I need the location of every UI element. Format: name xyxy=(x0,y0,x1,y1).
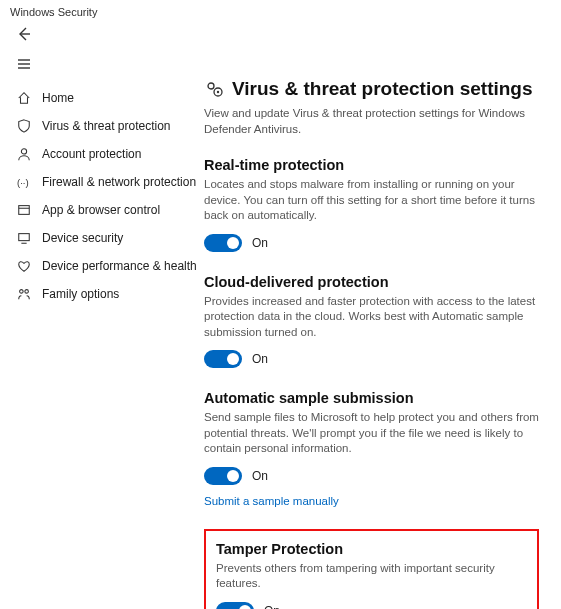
toggle-state-label: On xyxy=(252,469,268,483)
section-description: Provides increased and faster protection… xyxy=(204,294,543,341)
section-title: Tamper Protection xyxy=(216,541,527,557)
svg-text:(··): (··) xyxy=(17,177,29,188)
sidebar-item-label: Firewall & network protection xyxy=(42,175,196,189)
back-button[interactable] xyxy=(14,24,34,44)
sidebar-item-performance[interactable]: Device performance & health xyxy=(8,252,200,280)
page-description: View and update Virus & threat protectio… xyxy=(204,106,543,137)
sidebar-item-label: Family options xyxy=(42,287,119,301)
main-content: Virus & threat protection settings View … xyxy=(200,78,561,609)
section-description: Prevents others from tampering with impo… xyxy=(216,561,527,592)
cloud-toggle[interactable] xyxy=(204,350,242,368)
section-description: Send sample files to Microsoft to help p… xyxy=(204,410,543,457)
heart-icon xyxy=(16,258,32,274)
arrow-left-icon xyxy=(16,26,32,42)
sidebar-item-devicesec[interactable]: Device security xyxy=(8,224,200,252)
window-title: Windows Security xyxy=(0,0,561,18)
page-title: Virus & threat protection settings xyxy=(232,78,533,100)
svg-point-11 xyxy=(25,290,29,294)
section-sample: Automatic sample submission Send sample … xyxy=(204,390,543,507)
sidebar-item-account[interactable]: Account protection xyxy=(8,140,200,168)
shield-icon xyxy=(16,118,32,134)
sidebar-item-virus[interactable]: Virus & threat protection xyxy=(8,112,200,140)
sidebar-item-label: Device performance & health xyxy=(42,259,197,273)
svg-rect-8 xyxy=(19,234,30,241)
family-icon xyxy=(16,286,32,302)
sidebar-item-appbrowser[interactable]: App & browser control xyxy=(8,196,200,224)
menu-button[interactable] xyxy=(14,54,34,74)
section-title: Cloud-delivered protection xyxy=(204,274,543,290)
sidebar-item-family[interactable]: Family options xyxy=(8,280,200,308)
svg-point-14 xyxy=(217,91,219,93)
section-title: Real-time protection xyxy=(204,157,543,173)
network-icon: (··) xyxy=(16,174,32,190)
toggle-state-label: On xyxy=(252,352,268,366)
tamper-toggle[interactable] xyxy=(216,602,254,609)
submit-sample-link[interactable]: Submit a sample manually xyxy=(204,495,543,507)
sidebar-item-label: Virus & threat protection xyxy=(42,119,171,133)
sample-toggle[interactable] xyxy=(204,467,242,485)
person-icon xyxy=(16,146,32,162)
svg-point-4 xyxy=(21,149,26,154)
section-cloud: Cloud-delivered protection Provides incr… xyxy=(204,274,543,369)
sidebar-item-home[interactable]: Home xyxy=(8,84,200,112)
sidebar: Home Virus & threat protection Account p… xyxy=(0,78,200,609)
hamburger-icon xyxy=(16,56,32,72)
section-description: Locates and stops malware from installin… xyxy=(204,177,543,224)
sidebar-item-label: Device security xyxy=(42,231,123,245)
sidebar-item-label: Home xyxy=(42,91,74,105)
sidebar-item-label: App & browser control xyxy=(42,203,160,217)
sidebar-item-label: Account protection xyxy=(42,147,141,161)
toggle-state-label: On xyxy=(264,604,280,609)
realtime-toggle[interactable] xyxy=(204,234,242,252)
tamper-highlight-box: Tamper Protection Prevents others from t… xyxy=(204,529,539,609)
svg-point-12 xyxy=(208,83,214,89)
home-icon xyxy=(16,90,32,106)
svg-point-10 xyxy=(20,290,24,294)
settings-gears-icon xyxy=(204,79,224,99)
svg-rect-6 xyxy=(19,206,30,215)
device-icon xyxy=(16,230,32,246)
app-icon xyxy=(16,202,32,218)
toggle-state-label: On xyxy=(252,236,268,250)
section-realtime: Real-time protection Locates and stops m… xyxy=(204,157,543,252)
sidebar-item-firewall[interactable]: (··) Firewall & network protection xyxy=(8,168,200,196)
section-title: Automatic sample submission xyxy=(204,390,543,406)
